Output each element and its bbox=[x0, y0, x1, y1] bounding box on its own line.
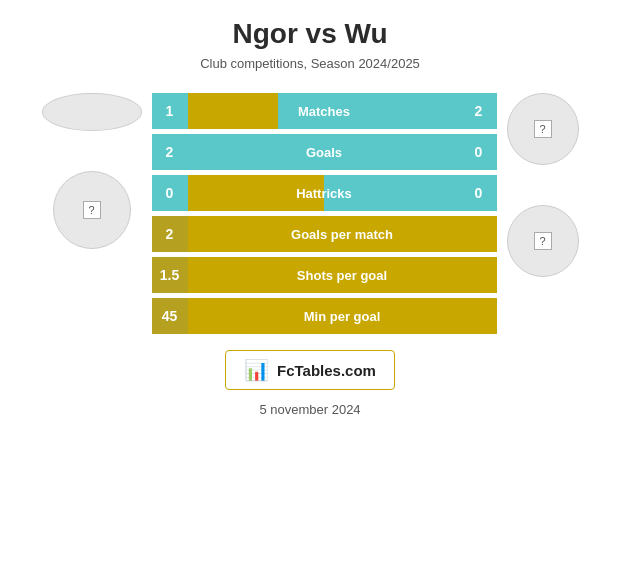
footer-date: 5 november 2024 bbox=[259, 402, 360, 417]
stat-label-text: Min per goal bbox=[304, 309, 381, 324]
logo-text: FcTables.com bbox=[277, 362, 376, 379]
stat-label-bar: Shots per goal bbox=[188, 257, 497, 293]
page-title: Ngor vs Wu bbox=[232, 18, 387, 50]
stat-row: 0Hattricks0 bbox=[152, 175, 497, 211]
left-avatar-circle: ? bbox=[53, 171, 131, 249]
stat-label-text: Hattricks bbox=[296, 186, 352, 201]
stat-label-bar: Hattricks bbox=[188, 175, 461, 211]
footer-logo: 📊 FcTables.com bbox=[225, 350, 395, 390]
right-avatar-circle-bottom: ? bbox=[507, 205, 579, 277]
stat-left-value: 2 bbox=[152, 134, 188, 170]
logo-icon: 📊 bbox=[244, 358, 269, 382]
stat-label-bar: Min per goal bbox=[188, 298, 497, 334]
stat-row: 1Matches2 bbox=[152, 93, 497, 129]
stat-left-value: 45 bbox=[152, 298, 188, 334]
stat-row: 45Min per goal bbox=[152, 298, 497, 334]
stat-left-value: 2 bbox=[152, 216, 188, 252]
page: Ngor vs Wu Club competitions, Season 202… bbox=[0, 0, 620, 580]
stat-label-text: Matches bbox=[298, 104, 350, 119]
left-question-icon: ? bbox=[83, 201, 101, 219]
stat-row: 2Goals0 bbox=[152, 134, 497, 170]
stat-left-value: 0 bbox=[152, 175, 188, 211]
right-avatar-circle-top: ? bbox=[507, 93, 579, 165]
left-avatars: ? bbox=[42, 93, 142, 249]
page-subtitle: Club competitions, Season 2024/2025 bbox=[200, 56, 420, 71]
stat-label-bar: Goals per match bbox=[188, 216, 497, 252]
right-question-icon-top: ? bbox=[534, 120, 552, 138]
stat-right-value: 0 bbox=[461, 175, 497, 211]
stat-row: 2Goals per match bbox=[152, 216, 497, 252]
right-avatars: ? ? bbox=[507, 93, 579, 277]
stat-left-value: 1 bbox=[152, 93, 188, 129]
stat-label-bar: Matches bbox=[188, 93, 461, 129]
stat-right-value: 2 bbox=[461, 93, 497, 129]
stat-label-text: Goals bbox=[306, 145, 342, 160]
stat-right-value: 0 bbox=[461, 134, 497, 170]
stat-left-value: 1.5 bbox=[152, 257, 188, 293]
right-question-icon-bottom: ? bbox=[534, 232, 552, 250]
stat-label-text: Shots per goal bbox=[297, 268, 387, 283]
left-avatar-wide bbox=[42, 93, 142, 131]
stat-label-text: Goals per match bbox=[291, 227, 393, 242]
main-section: ? 1Matches22Goals00Hattricks02Goals per … bbox=[0, 93, 620, 334]
stat-label-bar: Goals bbox=[188, 134, 461, 170]
stat-row: 1.5Shots per goal bbox=[152, 257, 497, 293]
stats-table: 1Matches22Goals00Hattricks02Goals per ma… bbox=[152, 93, 497, 334]
